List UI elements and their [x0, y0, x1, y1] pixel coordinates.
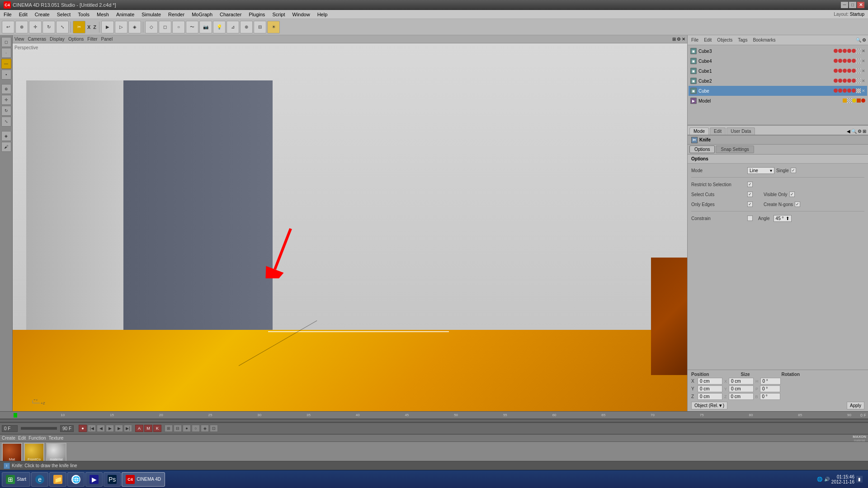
scheme-btn4[interactable]: ○	[192, 425, 200, 432]
menu-edit[interactable]: Edit	[15, 11, 31, 18]
current-frame-box[interactable]: 0 F	[2, 425, 18, 432]
opt-tab-snap[interactable]: Snap Settings	[716, 145, 754, 153]
mat-swatch-material[interactable]: material	[46, 443, 66, 463]
menu-tools[interactable]: Tools	[74, 11, 93, 18]
select-tool[interactable]: ⊕	[15, 21, 28, 33]
timeline-track[interactable]	[0, 418, 868, 423]
obj-tb-objects[interactable]: Objects	[715, 38, 734, 42]
motion-button[interactable]: M	[144, 425, 152, 432]
obj-row-cube2[interactable]: ▣ Cube2 ✕	[689, 76, 867, 86]
z-pos-input[interactable]: 0 cm	[698, 393, 722, 400]
taskbar-cinema4d[interactable]: C4 CINEMA 4D	[122, 472, 165, 487]
viewport[interactable]: View Cameras Display Options Filter Pane…	[13, 35, 687, 411]
mode-poly[interactable]: ▪	[1, 70, 11, 80]
vp-menu-display[interactable]: Display	[50, 37, 65, 42]
floor-tool[interactable]: ⊟	[254, 21, 266, 33]
prev-key-button[interactable]: |◀	[88, 425, 96, 432]
x-size-input[interactable]: 0 cm	[729, 378, 754, 385]
move-tool[interactable]: ✛	[29, 21, 42, 33]
speaker-icon[interactable]: 🔊	[824, 477, 830, 482]
next-frame-button[interactable]: ▶	[115, 425, 123, 432]
minimize-button[interactable]: ─	[841, 2, 848, 8]
props-back-icon[interactable]: ◀	[847, 129, 850, 134]
props-settings-icon[interactable]: ⚙	[858, 129, 862, 134]
knife-tool-active[interactable]: ✂	[73, 21, 85, 33]
start-button[interactable]: ⊞ Start	[2, 472, 30, 487]
timeline-slider[interactable]	[21, 427, 57, 430]
b-rot-input[interactable]: 0 °	[760, 393, 780, 400]
record-button[interactable]: ●	[79, 425, 87, 432]
menu-select[interactable]: Select	[53, 11, 75, 18]
vp-menu-options[interactable]: Options	[68, 37, 84, 42]
mode-dropdown[interactable]: Line ▾	[747, 167, 774, 174]
tool-paint[interactable]: 🖌	[1, 142, 11, 152]
menu-character[interactable]: Character	[216, 11, 245, 18]
taskbar-explorer[interactable]: 📁	[49, 472, 66, 487]
mode-edge[interactable]: —	[1, 59, 11, 69]
mode-point[interactable]: ·	[1, 48, 11, 58]
menu-plugins[interactable]: Plugins	[245, 11, 269, 18]
network-icon[interactable]: 🌐	[817, 477, 822, 482]
opt-tab-options[interactable]: Options	[689, 145, 715, 153]
vp-menu-cameras[interactable]: Cameras	[28, 37, 47, 42]
obj-tb-edit[interactable]: Edit	[702, 38, 713, 42]
close-button[interactable]: ✕	[857, 2, 864, 8]
y-size-input[interactable]: 0 cm	[729, 385, 754, 392]
obj-tb-bookmarks[interactable]: Bookmarks	[751, 38, 777, 42]
angle-input[interactable]: 45 ° ⬆	[774, 215, 792, 222]
obj-row-cube-selected[interactable]: ▣ Cube ✕	[689, 86, 867, 96]
taskbar-chrome[interactable]: 🌐	[67, 472, 85, 487]
viewport-maximize[interactable]: ⊞	[672, 37, 676, 42]
spline-tool[interactable]: 〜	[186, 21, 198, 33]
show-desktop-button[interactable]: ▮	[856, 476, 863, 483]
mat-menu-function[interactable]: Function	[28, 436, 46, 441]
obj-row-cube1[interactable]: ▣ Cube1 ✕	[689, 66, 867, 76]
object-mode[interactable]: ○	[172, 21, 185, 33]
h-rot-input[interactable]: 0 °	[760, 378, 781, 385]
tab-mode[interactable]: Mode	[689, 127, 709, 135]
viewport-settings[interactable]: ⚙	[677, 37, 681, 42]
tab-user-data[interactable]: User Data	[726, 127, 755, 135]
render-region[interactable]: ▶	[101, 21, 114, 33]
menu-window[interactable]: Window	[289, 11, 314, 18]
light-tool[interactable]: 💡	[213, 21, 226, 33]
tool-select[interactable]: ⊕	[1, 84, 11, 94]
only-edges-checkbox[interactable]	[747, 202, 753, 207]
vp-menu-panel[interactable]: Panel	[101, 37, 113, 42]
vp-menu-view[interactable]: View	[14, 37, 24, 42]
obj-tb-file[interactable]: File	[689, 38, 700, 42]
mat-menu-texture[interactable]: Texture	[49, 436, 64, 441]
z-size-input[interactable]: 0 cm	[729, 393, 754, 400]
menu-create[interactable]: Create	[31, 11, 53, 18]
taskbar-wmp[interactable]: ▶	[85, 472, 103, 487]
mirror-tool[interactable]: ⊿	[226, 21, 239, 33]
create-ngons-checkbox[interactable]	[795, 202, 800, 207]
set-key-button[interactable]: K	[153, 425, 161, 432]
scale-tool[interactable]: ⤡	[56, 21, 69, 33]
menu-file[interactable]: File	[0, 11, 15, 18]
maximize-button[interactable]: □	[849, 2, 856, 8]
mat-swatch-frontco[interactable]: FrontCo	[24, 443, 44, 463]
taskbar-ps[interactable]: Ps	[104, 472, 121, 487]
vp-menu-filter[interactable]: Filter	[87, 37, 97, 42]
restrict-checkbox[interactable]	[747, 182, 753, 187]
sun-tool[interactable]: ☀	[267, 21, 280, 33]
menu-mograph[interactable]: MoGraph	[188, 11, 216, 18]
render-picture[interactable]: ◈	[128, 21, 141, 33]
mat-menu-edit[interactable]: Edit	[18, 436, 26, 441]
render-view[interactable]: ▷	[115, 21, 127, 33]
object-rel-dropdown[interactable]: Object (Rel.▼)	[691, 402, 727, 409]
mat-swatch-mat[interactable]: Mat	[2, 443, 22, 463]
play-button[interactable]: ▶	[106, 425, 114, 432]
obj-tb-tags[interactable]: Tags	[736, 38, 749, 42]
polygon-mode[interactable]: ◇	[145, 21, 158, 33]
mat-menu-create[interactable]: Create	[2, 436, 15, 441]
timeline-scrub[interactable]	[0, 420, 868, 422]
obj-row-cube4[interactable]: ▣ Cube4 ✕	[689, 56, 867, 66]
scheme-btn2[interactable]: ⊟	[174, 425, 182, 432]
y-pos-input[interactable]: 0 cm	[698, 385, 722, 392]
undo-button[interactable]: ↩	[2, 21, 14, 33]
prev-frame-button[interactable]: ◀	[97, 425, 105, 432]
menu-simulate[interactable]: Simulate	[138, 11, 165, 18]
end-frame-box[interactable]: 90 F	[60, 425, 74, 432]
